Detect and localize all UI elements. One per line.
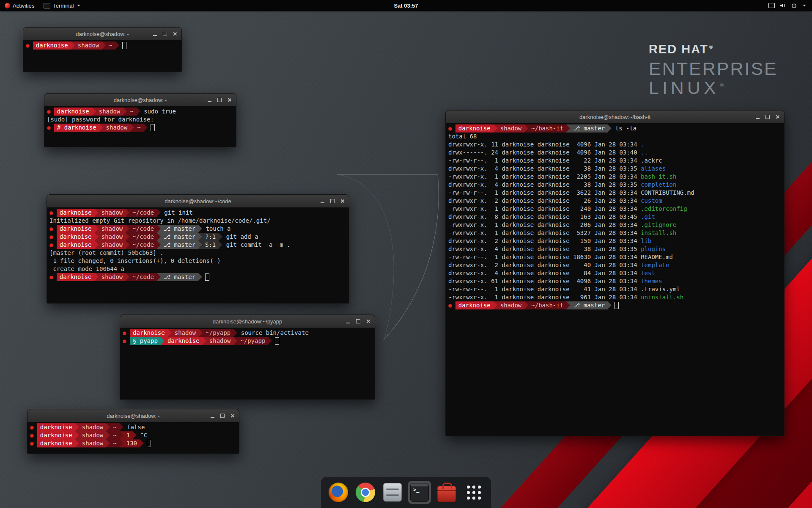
powerline-arrow-icon [133,431,137,439]
powerline-arrow-icon [608,301,612,309]
command-text: touch a [202,225,230,232]
output-text: -rw-rw-r--. 1 darknoise darknoise 41 Jan… [448,286,680,293]
prompt-host-segment: shadow [79,423,107,431]
terminal-line: ● # darknoiseshadow~ [47,124,233,132]
prompt-user-segment: darknoise [57,241,95,249]
chrome-icon [356,483,375,502]
powerline-arrow-icon [95,209,99,217]
powerline-arrow-icon [199,329,203,337]
output-text: -rwxrwxr-x. 1 darknoise darknoise 240 Ja… [448,205,641,212]
output-text: drwxrwxr-x. 2 darknoise darknoise 150 Ja… [448,237,641,244]
terminal-content[interactable]: ● darknoiseshadow~/pyapp source bin/acti… [120,328,375,399]
terminal-line: ● darknoiseshadow~/code⎇ master?:1 git a… [49,233,346,241]
powerline-arrow-icon [219,241,222,249]
minimize-button[interactable] [756,118,760,119]
close-button[interactable] [340,199,345,203]
window-title: darknoise@shadow:~/bash-it [579,114,650,120]
prompt-user-segment: darknoise [455,124,494,133]
minimize-button[interactable] [321,202,324,203]
terminal-line: drwxrwxr-x. 11 darknoise darknoise 4096 … [448,141,782,149]
titlebar[interactable]: darknoise@shadow:~ [23,28,181,41]
powerline-arrow-icon [95,273,99,281]
close-button[interactable] [173,32,177,36]
terminal-content[interactable]: ● darknoiseshadow~/code git initInitiali… [47,207,349,303]
command-text: git commit -a -m . [222,241,290,248]
minimize-button[interactable] [346,323,350,323]
prompt-git-segment: ⎇ master [161,225,198,233]
terminal-content[interactable]: ● darknoiseshadow~/bash-it⎇ master ls -l… [446,123,784,436]
terminal-window-bash-it[interactable]: darknoise@shadow:~/bash-it ● darknoisesh… [445,110,785,436]
output-text: -rwxrwxr-x. 1 darknoise darknoise 206 Ja… [448,221,641,228]
prompt-path-segment: ~ [110,423,119,431]
minimize-button[interactable] [208,101,211,102]
terminal-line: drwx------. 24 darknoise darknoise 4096 … [448,149,782,157]
titlebar[interactable]: darknoise@shadow:~ [44,94,236,107]
close-button[interactable] [776,115,780,119]
maximize-button[interactable] [765,115,770,119]
prompt-path-segment: ~/pyapp [237,337,268,345]
terminal-cursor [147,440,151,447]
powerline-arrow-icon [233,337,237,345]
terminal-window-code[interactable]: darknoise@shadow:~/code ● darknoiseshado… [47,194,349,304]
terminal-content[interactable]: ● darknoiseshadow~ [23,40,181,72]
terminal-cursor [205,273,209,281]
powerline-arrow-icon [130,124,134,132]
redhat-logo-icon [5,3,10,8]
terminal-window-home-2[interactable]: darknoise@shadow:~ ● darknoiseshadow~ fa… [27,409,239,454]
prompt-distro-icon: ● [49,233,57,240]
minimize-button[interactable] [211,417,214,418]
activities-button[interactable]: Activities [0,0,39,11]
prompt-host-segment: shadow [206,337,234,345]
close-button[interactable] [366,319,370,323]
terminal-content[interactable]: ● darknoiseshadow~ false● darknoiseshado… [27,422,239,453]
volume-icon [779,2,786,9]
terminal-line: create mode 100644 a [49,265,346,273]
titlebar[interactable]: darknoise@shadow:~ [27,409,239,422]
directory-name: test [641,270,655,276]
minimize-button[interactable] [153,35,157,36]
terminal-window-pyapp[interactable]: darknoise@shadow:~/pyapp ● darknoiseshad… [120,315,375,400]
system-status-area[interactable] [764,0,810,11]
terminal-window-sudo[interactable]: darknoise@shadow:~ ● darknoiseshadow~ su… [44,93,236,147]
terminal-line: -rwxrwxr-x. 1 darknoise darknoise 2205 J… [448,173,782,181]
maximize-button[interactable] [217,98,222,102]
powerline-arrow-icon [157,241,161,249]
titlebar[interactable]: darknoise@shadow:~/bash-it [446,110,784,124]
powerline-arrow-icon [203,337,206,345]
terminal-line: ● darknoiseshadow~/pyapp source bin/acti… [123,329,372,337]
close-button[interactable] [228,98,232,102]
maximize-button[interactable] [163,32,167,36]
dock-item-files[interactable] [381,481,404,504]
terminal-content[interactable]: ● darknoiseshadow~ sudo true[sudo] passw… [44,106,236,147]
command-text: ^C [137,432,147,439]
app-menu-terminal[interactable]: Terminal [39,0,85,11]
maximize-button[interactable] [330,199,335,203]
dock-item-chrome[interactable] [354,481,377,504]
directory-name: lib [641,237,651,244]
powerline-arrow-icon [566,301,570,309]
prompt-host-segment: shadow [79,431,107,439]
powerline-arrow-icon [75,423,79,431]
dock-item-software[interactable] [435,481,458,504]
terminal-cursor [614,302,619,309]
dock-item-app-grid[interactable] [462,481,485,504]
output-text: 1 file changed, 0 insertions(+), 0 delet… [49,257,221,264]
terminal-window-home-1[interactable]: darknoise@shadow:~ ● darknoiseshadow~ [23,27,182,72]
dock-item-firefox[interactable] [327,481,350,504]
activities-label: Activities [13,3,34,9]
dock-item-terminal[interactable]: >_ [408,481,431,504]
output-text: drwxrwxr-x. 4 darknoise darknoise 84 Jan… [448,270,641,276]
prompt-path-segment: ~/bash-it [528,301,566,309]
terminal-line: -rw-rw-r--. 1 darknoise darknoise 41 Jan… [448,285,782,293]
titlebar[interactable]: darknoise@shadow:~/pyapp [120,315,375,328]
maximize-button[interactable] [220,414,225,418]
output-text: [master (root-commit) 50bcb63] . [49,249,164,256]
window-title: darknoise@shadow:~ [114,97,167,103]
maximize-button[interactable] [356,319,360,323]
prompt-host-segment: shadow [99,241,126,249]
clock[interactable]: Sat 03:57 [394,3,418,9]
titlebar[interactable]: darknoise@shadow:~/code [47,195,349,208]
command-text: git add a [222,233,258,240]
close-button[interactable] [230,414,235,418]
terminal-line: -rwxrwxr-x. 1 darknoise darknoise 206 Ja… [448,221,782,229]
